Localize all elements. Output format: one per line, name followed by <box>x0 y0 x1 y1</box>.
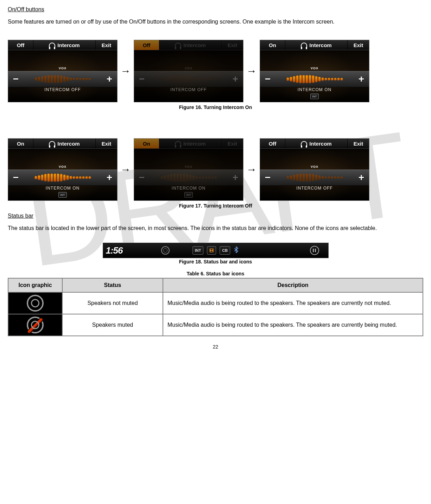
vox-label: VOX <box>311 66 318 70</box>
th-icon: Icon graphic <box>8 278 62 292</box>
figure-16-sequence: OffIntercomExit−VOX+INTERCOM OFF→OffInte… <box>8 40 423 102</box>
statusbar-heading: Status bar <box>8 213 423 219</box>
screenshot-header: OnIntercomExit <box>260 40 369 50</box>
intercom-state-label: INTERCOM OFF <box>260 186 369 191</box>
vox-slider[interactable]: VOX <box>24 170 102 185</box>
intercom-screenshot: OffIntercomExit−VOX+INTERCOM OFF <box>8 40 118 102</box>
status-chip-cb: CB <box>220 246 230 255</box>
screenshot-header: OnIntercomExit <box>134 139 243 149</box>
minus-button[interactable]: − <box>134 172 150 183</box>
headphone-icon <box>175 141 181 146</box>
intercom-screenshot: OnIntercomExit−VOX+INTERCOM ONINT <box>260 40 369 102</box>
headphone-icon <box>49 43 55 47</box>
cell-status: Speakers muted <box>62 314 163 336</box>
status-chip-int: INT <box>192 246 204 255</box>
page-number: 22 <box>8 344 423 350</box>
intercom-state-label: INTERCOM OFF <box>8 87 117 92</box>
exit-button[interactable]: Exit <box>347 40 369 50</box>
figure-16-caption: Figure 16. Turning Intercom On <box>8 104 423 110</box>
vox-slider[interactable]: VOX <box>24 71 102 87</box>
headphone-icon <box>301 43 307 47</box>
intercom-state-label: INTERCOM ON <box>134 186 243 191</box>
plus-button[interactable]: + <box>354 74 369 85</box>
plus-button[interactable]: + <box>228 172 243 183</box>
exit-button[interactable]: Exit <box>221 40 243 50</box>
mini-int-icon: INT <box>310 94 319 99</box>
plus-button[interactable]: + <box>228 74 243 85</box>
vox-label: VOX <box>311 165 318 168</box>
icon-speaker-unmuted <box>8 292 62 314</box>
status-time: 1:56 <box>103 245 128 256</box>
exit-button[interactable]: Exit <box>347 139 369 148</box>
vox-label: VOX <box>59 165 66 168</box>
exit-button[interactable]: Exit <box>95 40 117 50</box>
minus-button[interactable]: − <box>8 74 24 85</box>
table-6-caption: Table 6. Status bar icons <box>8 271 423 276</box>
vox-label: VOX <box>185 165 192 168</box>
th-status: Status <box>62 278 163 292</box>
statusbar-paragraph: The status bar is located in the lower p… <box>8 224 423 232</box>
vox-slider[interactable]: VOX <box>150 170 228 185</box>
headphone-icon <box>49 141 55 146</box>
vox-slider-strip: −VOX+ <box>134 170 243 186</box>
vox-label: VOX <box>59 66 66 70</box>
status-bar-icons-table: Icon graphic Status Description Speakers… <box>8 278 423 336</box>
status-bluetooth-icon <box>234 246 239 255</box>
plus-button[interactable]: + <box>102 172 117 183</box>
vox-slider-strip: −VOX+ <box>260 71 369 87</box>
intercom-title: Intercom <box>285 40 347 50</box>
intercom-state-label: INTERCOM ON <box>260 87 369 92</box>
intercom-title: Intercom <box>33 139 95 148</box>
screenshot-header: OffIntercomExit <box>260 139 369 149</box>
intercom-state-label: INTERCOM ON <box>8 186 117 191</box>
cell-desc: Music/Media audio is being routed to the… <box>163 292 423 314</box>
vox-slider[interactable]: VOX <box>275 71 354 87</box>
mini-int-icon: INT <box>184 192 193 198</box>
intercom-title: Intercom <box>159 40 221 50</box>
vox-slider-strip: −VOX+ <box>260 170 369 186</box>
screenshot-header: OffIntercomExit <box>134 40 243 50</box>
vox-slider[interactable]: VOX <box>150 71 228 87</box>
intercom-title: Intercom <box>33 40 95 50</box>
minus-button[interactable]: − <box>8 172 24 183</box>
exit-button[interactable]: Exit <box>221 139 243 148</box>
onoff-button[interactable]: Off <box>8 40 33 50</box>
figure-17-sequence: OnIntercomExit−VOX+INTERCOM ONINT→OnInte… <box>8 138 423 201</box>
plus-button[interactable]: + <box>354 172 369 183</box>
status-speaker-icon <box>161 246 170 255</box>
screenshot-header: OnIntercomExit <box>8 139 117 149</box>
minus-button[interactable]: − <box>260 74 275 85</box>
arrow-icon: → <box>246 66 258 76</box>
minus-button[interactable]: − <box>260 172 275 183</box>
onoff-button[interactable]: Off <box>134 40 159 50</box>
vox-slider-strip: −VOX+ <box>134 71 243 87</box>
status-bar-figure: 1:56 INT CB <box>103 243 329 258</box>
th-desc: Description <box>163 278 423 292</box>
exit-button[interactable]: Exit <box>95 139 117 148</box>
onoff-button[interactable]: Off <box>260 139 285 148</box>
intercom-screenshot: OnIntercomExit−VOX+INTERCOM ONINT <box>8 138 118 201</box>
screenshot-header: OffIntercomExit <box>8 40 117 50</box>
arrow-icon: → <box>120 66 132 76</box>
onoff-heading: On/Off buttons <box>8 6 423 13</box>
cell-desc: Music/Media audio is being routed to the… <box>163 314 423 336</box>
mini-int-icon: INT <box>58 192 67 198</box>
vox-slider[interactable]: VOX <box>275 170 354 185</box>
minus-button[interactable]: − <box>134 74 150 85</box>
onoff-button[interactable]: On <box>134 139 159 148</box>
arrow-icon: → <box>246 164 258 175</box>
onoff-button[interactable]: On <box>8 139 33 148</box>
vox-slider-strip: −VOX+ <box>8 71 117 87</box>
intercom-title: Intercom <box>159 139 221 148</box>
status-chip-hd-icon <box>207 246 216 255</box>
intercom-screenshot: OffIntercomExit−VOX+INTERCOM OFF <box>260 138 369 201</box>
figure-17-caption: Figure 17. Turning Intercom Off <box>8 203 423 209</box>
vox-label: VOX <box>185 66 192 70</box>
intercom-screenshot: OnIntercomExit−VOX+INTERCOM ONINT <box>134 138 243 201</box>
plus-button[interactable]: + <box>102 74 117 85</box>
status-pause-icon <box>310 246 319 255</box>
table-row: Speakers muted Music/Media audio is bein… <box>8 314 423 336</box>
headphone-icon <box>175 43 181 47</box>
intercom-screenshot: OffIntercomExit−VOX+INTERCOM OFF <box>134 40 243 102</box>
onoff-button[interactable]: On <box>260 40 285 50</box>
